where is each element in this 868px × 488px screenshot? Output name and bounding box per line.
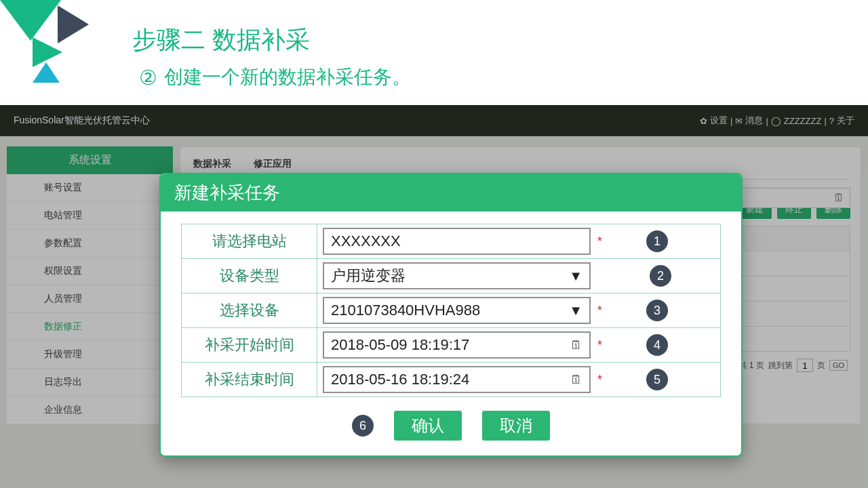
- user-menu[interactable]: ◯ ZZZZZZZ: [771, 116, 822, 126]
- sidebar-item-perms[interactable]: 权限设置: [7, 258, 173, 285]
- separator: |: [824, 116, 826, 126]
- callout-6: 6: [352, 415, 374, 436]
- decor-triangle: [0, 0, 61, 41]
- modal-title: 新建补采任务: [161, 174, 741, 211]
- calendar-icon: 🗓: [833, 192, 844, 204]
- sidebar-item-plant[interactable]: 电站管理: [7, 202, 173, 230]
- go-button[interactable]: GO: [829, 360, 848, 371]
- help-icon: ?: [829, 116, 834, 126]
- device-select[interactable]: 2101073840HVHA988 ▼: [323, 297, 591, 324]
- label-device: 选择设备: [182, 293, 317, 328]
- required-icon: *: [597, 304, 602, 318]
- callout-2: 2: [650, 265, 671, 287]
- callout-5: 5: [646, 369, 668, 390]
- decor-triangle: [33, 62, 60, 83]
- calendar-icon: 🗓: [570, 373, 583, 387]
- app-topbar: FusionSolar智能光伏托管云中心 ✿ 设置 | ✉ 消息 | ◯ ZZZ…: [0, 105, 868, 136]
- sidebar-heading: 系统设置: [7, 146, 173, 174]
- messages-link[interactable]: ✉ 消息: [735, 115, 763, 127]
- sidebar-item-logs[interactable]: 日志导出: [7, 369, 173, 396]
- label-end: 补采结束时间: [182, 363, 317, 397]
- mail-icon: ✉: [735, 116, 743, 126]
- sidebar-item-company[interactable]: 企业信息: [7, 396, 173, 424]
- slide-title: 步骤二 数据补采: [132, 24, 310, 57]
- slide-subtitle: 创建一个新的数据补采任务。: [164, 64, 411, 90]
- sidebar-item-params[interactable]: 参数配置: [7, 230, 173, 258]
- new-task-modal: 新建补采任务 请选择电站 XXXXXXX * 1: [159, 173, 743, 457]
- required-icon: *: [597, 373, 602, 387]
- date-filter-input[interactable]: 🗓: [728, 188, 850, 208]
- label-station: 请选择电站: [182, 224, 317, 259]
- required-icon: *: [597, 235, 602, 249]
- separator: |: [730, 116, 732, 126]
- cancel-button[interactable]: 取消: [482, 411, 550, 441]
- settings-link[interactable]: ✿ 设置: [700, 115, 728, 127]
- step-number-icon: ②: [139, 66, 157, 89]
- page-input[interactable]: [797, 359, 813, 372]
- callout-3: 3: [646, 300, 668, 321]
- sidebar: 系统设置 账号设置 电站管理 参数配置 权限设置 人员管理 数据修正 升级管理 …: [7, 146, 173, 424]
- start-time-input[interactable]: 2018-05-09 18:19:17 🗓: [323, 331, 591, 359]
- sidebar-item-data-fix[interactable]: 数据修正: [7, 313, 173, 341]
- sidebar-item-upgrade[interactable]: 升级管理: [7, 341, 173, 369]
- user-icon: ◯: [771, 116, 781, 126]
- confirm-button[interactable]: 确认: [394, 411, 462, 441]
- separator: |: [766, 116, 768, 126]
- callout-4: 4: [646, 334, 668, 356]
- chevron-down-icon: ▼: [569, 303, 583, 319]
- chevron-down-icon: ▼: [569, 268, 583, 284]
- end-time-input[interactable]: 2018-05-16 18:19:24 🗓: [323, 366, 591, 393]
- label-devtype: 设备类型: [182, 259, 317, 293]
- gear-icon: ✿: [700, 116, 707, 126]
- required-icon: *: [597, 338, 602, 352]
- about-link[interactable]: ? 关于: [829, 115, 854, 127]
- sidebar-item-account[interactable]: 账号设置: [7, 174, 173, 202]
- devtype-select[interactable]: 户用逆变器 ▼: [323, 262, 591, 289]
- sidebar-item-staff[interactable]: 人员管理: [7, 285, 173, 313]
- callout-1: 1: [646, 230, 668, 252]
- label-start: 补采开始时间: [182, 328, 317, 363]
- station-input[interactable]: XXXXXXX: [323, 228, 591, 255]
- calendar-icon: 🗓: [570, 338, 583, 352]
- brand-label: FusionSolar智能光伏托管云中心: [14, 115, 150, 127]
